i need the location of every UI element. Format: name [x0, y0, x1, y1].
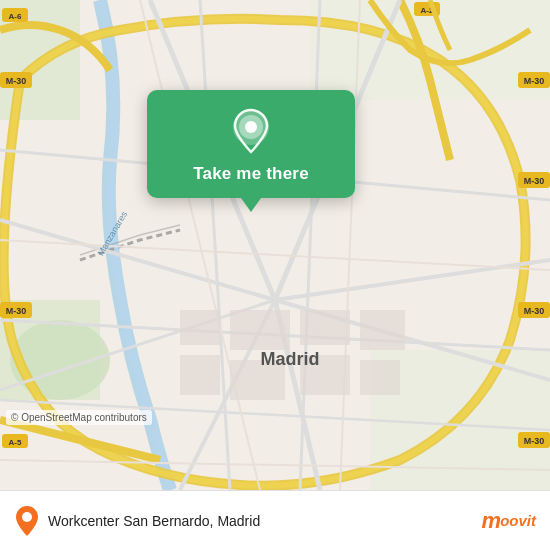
svg-rect-48	[180, 355, 220, 395]
svg-rect-47	[360, 360, 400, 395]
osm-attribution: © OpenStreetMap contributors	[6, 410, 152, 425]
take-me-there-popup[interactable]: Take me there	[147, 90, 355, 198]
svg-text:M-30: M-30	[524, 436, 545, 446]
moovit-logo-m: m	[482, 508, 501, 534]
svg-text:A-6: A-6	[9, 12, 22, 21]
moovit-pin-icon	[14, 505, 40, 537]
svg-text:M-30: M-30	[524, 76, 545, 86]
svg-rect-41	[230, 310, 290, 350]
svg-point-53	[245, 121, 257, 133]
svg-text:A-5: A-5	[9, 438, 22, 447]
svg-text:M-30: M-30	[6, 76, 27, 86]
popup-label: Take me there	[193, 164, 309, 184]
location-pin-icon	[228, 108, 274, 154]
svg-text:M-30: M-30	[524, 306, 545, 316]
svg-text:M-30: M-30	[524, 176, 545, 186]
moovit-logo: m oovit	[482, 508, 536, 534]
svg-text:M-30: M-30	[6, 306, 27, 316]
svg-rect-45	[180, 310, 220, 345]
svg-rect-42	[300, 310, 350, 345]
moovit-logo-rest: oovit	[500, 512, 536, 529]
map: M-30 M-30 M-30 M-30 M-30 M-30 A-2 A-5 A-…	[0, 0, 550, 490]
svg-text:Madrid: Madrid	[260, 349, 319, 369]
location-label: Workcenter San Bernardo, Madrid	[48, 513, 482, 529]
svg-point-54	[22, 512, 32, 522]
bottom-bar: Workcenter San Bernardo, Madrid m oovit	[0, 490, 550, 550]
svg-rect-46	[360, 310, 405, 350]
